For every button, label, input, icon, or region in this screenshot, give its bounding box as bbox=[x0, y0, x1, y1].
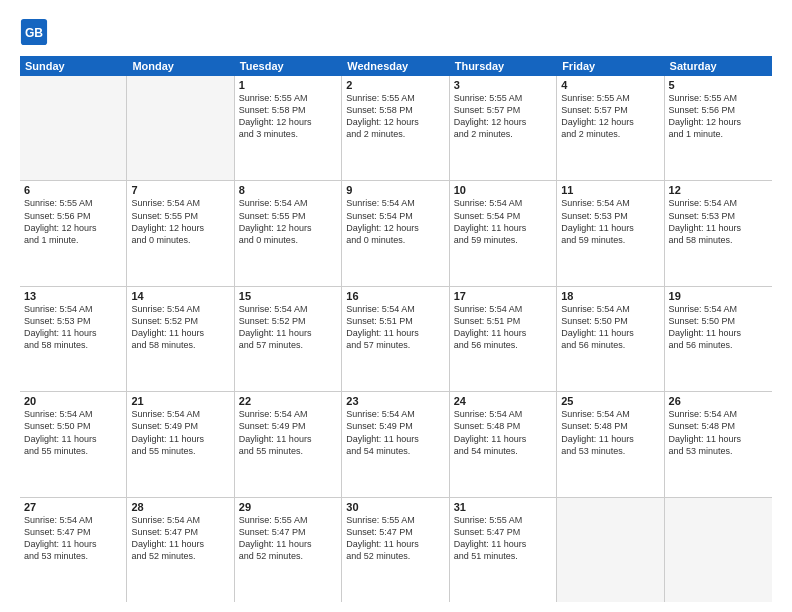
calendar: SundayMondayTuesdayWednesdayThursdayFrid… bbox=[20, 56, 772, 602]
cal-cell: 17Sunrise: 5:54 AM Sunset: 5:51 PM Dayli… bbox=[450, 287, 557, 391]
day-info: Sunrise: 5:54 AM Sunset: 5:51 PM Dayligh… bbox=[346, 303, 444, 352]
day-info: Sunrise: 5:54 AM Sunset: 5:53 PM Dayligh… bbox=[669, 197, 768, 246]
cal-cell: 6Sunrise: 5:55 AM Sunset: 5:56 PM Daylig… bbox=[20, 181, 127, 285]
cal-cell bbox=[127, 76, 234, 180]
cal-cell: 21Sunrise: 5:54 AM Sunset: 5:49 PM Dayli… bbox=[127, 392, 234, 496]
day-info: Sunrise: 5:54 AM Sunset: 5:54 PM Dayligh… bbox=[346, 197, 444, 246]
day-info: Sunrise: 5:54 AM Sunset: 5:51 PM Dayligh… bbox=[454, 303, 552, 352]
day-number: 17 bbox=[454, 290, 552, 302]
cal-cell: 19Sunrise: 5:54 AM Sunset: 5:50 PM Dayli… bbox=[665, 287, 772, 391]
cal-cell: 11Sunrise: 5:54 AM Sunset: 5:53 PM Dayli… bbox=[557, 181, 664, 285]
day-number: 3 bbox=[454, 79, 552, 91]
day-number: 4 bbox=[561, 79, 659, 91]
cal-cell: 31Sunrise: 5:55 AM Sunset: 5:47 PM Dayli… bbox=[450, 498, 557, 602]
header-day-friday: Friday bbox=[557, 56, 664, 76]
cal-cell bbox=[20, 76, 127, 180]
day-number: 2 bbox=[346, 79, 444, 91]
week-row-3: 13Sunrise: 5:54 AM Sunset: 5:53 PM Dayli… bbox=[20, 287, 772, 392]
cal-cell: 25Sunrise: 5:54 AM Sunset: 5:48 PM Dayli… bbox=[557, 392, 664, 496]
cal-cell: 3Sunrise: 5:55 AM Sunset: 5:57 PM Daylig… bbox=[450, 76, 557, 180]
day-info: Sunrise: 5:55 AM Sunset: 5:57 PM Dayligh… bbox=[561, 92, 659, 141]
cal-cell: 18Sunrise: 5:54 AM Sunset: 5:50 PM Dayli… bbox=[557, 287, 664, 391]
day-info: Sunrise: 5:55 AM Sunset: 5:56 PM Dayligh… bbox=[669, 92, 768, 141]
day-info: Sunrise: 5:54 AM Sunset: 5:50 PM Dayligh… bbox=[561, 303, 659, 352]
week-row-5: 27Sunrise: 5:54 AM Sunset: 5:47 PM Dayli… bbox=[20, 498, 772, 602]
week-row-2: 6Sunrise: 5:55 AM Sunset: 5:56 PM Daylig… bbox=[20, 181, 772, 286]
day-info: Sunrise: 5:55 AM Sunset: 5:57 PM Dayligh… bbox=[454, 92, 552, 141]
day-number: 27 bbox=[24, 501, 122, 513]
day-number: 8 bbox=[239, 184, 337, 196]
cal-cell: 30Sunrise: 5:55 AM Sunset: 5:47 PM Dayli… bbox=[342, 498, 449, 602]
day-info: Sunrise: 5:54 AM Sunset: 5:47 PM Dayligh… bbox=[24, 514, 122, 563]
day-number: 15 bbox=[239, 290, 337, 302]
cal-cell: 2Sunrise: 5:55 AM Sunset: 5:58 PM Daylig… bbox=[342, 76, 449, 180]
day-info: Sunrise: 5:54 AM Sunset: 5:52 PM Dayligh… bbox=[239, 303, 337, 352]
day-number: 18 bbox=[561, 290, 659, 302]
logo: GB bbox=[20, 18, 52, 46]
cal-cell: 26Sunrise: 5:54 AM Sunset: 5:48 PM Dayli… bbox=[665, 392, 772, 496]
day-number: 16 bbox=[346, 290, 444, 302]
day-info: Sunrise: 5:54 AM Sunset: 5:50 PM Dayligh… bbox=[669, 303, 768, 352]
day-info: Sunrise: 5:54 AM Sunset: 5:55 PM Dayligh… bbox=[131, 197, 229, 246]
cal-cell: 29Sunrise: 5:55 AM Sunset: 5:47 PM Dayli… bbox=[235, 498, 342, 602]
header-day-wednesday: Wednesday bbox=[342, 56, 449, 76]
day-info: Sunrise: 5:54 AM Sunset: 5:49 PM Dayligh… bbox=[239, 408, 337, 457]
day-number: 31 bbox=[454, 501, 552, 513]
day-info: Sunrise: 5:54 AM Sunset: 5:49 PM Dayligh… bbox=[346, 408, 444, 457]
day-number: 19 bbox=[669, 290, 768, 302]
day-info: Sunrise: 5:54 AM Sunset: 5:49 PM Dayligh… bbox=[131, 408, 229, 457]
day-number: 20 bbox=[24, 395, 122, 407]
logo-icon: GB bbox=[20, 18, 48, 46]
cal-cell: 23Sunrise: 5:54 AM Sunset: 5:49 PM Dayli… bbox=[342, 392, 449, 496]
cal-cell: 8Sunrise: 5:54 AM Sunset: 5:55 PM Daylig… bbox=[235, 181, 342, 285]
cal-cell: 14Sunrise: 5:54 AM Sunset: 5:52 PM Dayli… bbox=[127, 287, 234, 391]
header-day-thursday: Thursday bbox=[450, 56, 557, 76]
day-info: Sunrise: 5:54 AM Sunset: 5:47 PM Dayligh… bbox=[131, 514, 229, 563]
cal-cell: 5Sunrise: 5:55 AM Sunset: 5:56 PM Daylig… bbox=[665, 76, 772, 180]
day-info: Sunrise: 5:55 AM Sunset: 5:47 PM Dayligh… bbox=[239, 514, 337, 563]
header: GB bbox=[20, 18, 772, 46]
cal-cell: 4Sunrise: 5:55 AM Sunset: 5:57 PM Daylig… bbox=[557, 76, 664, 180]
cal-cell: 9Sunrise: 5:54 AM Sunset: 5:54 PM Daylig… bbox=[342, 181, 449, 285]
page: GB SundayMondayTuesdayWednesdayThursdayF… bbox=[0, 0, 792, 612]
day-number: 5 bbox=[669, 79, 768, 91]
cal-cell: 16Sunrise: 5:54 AM Sunset: 5:51 PM Dayli… bbox=[342, 287, 449, 391]
cal-cell: 20Sunrise: 5:54 AM Sunset: 5:50 PM Dayli… bbox=[20, 392, 127, 496]
day-info: Sunrise: 5:54 AM Sunset: 5:48 PM Dayligh… bbox=[454, 408, 552, 457]
header-day-monday: Monday bbox=[127, 56, 234, 76]
day-info: Sunrise: 5:54 AM Sunset: 5:53 PM Dayligh… bbox=[561, 197, 659, 246]
day-number: 29 bbox=[239, 501, 337, 513]
cal-cell: 28Sunrise: 5:54 AM Sunset: 5:47 PM Dayli… bbox=[127, 498, 234, 602]
day-info: Sunrise: 5:54 AM Sunset: 5:48 PM Dayligh… bbox=[561, 408, 659, 457]
day-info: Sunrise: 5:55 AM Sunset: 5:58 PM Dayligh… bbox=[346, 92, 444, 141]
header-day-saturday: Saturday bbox=[665, 56, 772, 76]
header-day-tuesday: Tuesday bbox=[235, 56, 342, 76]
day-info: Sunrise: 5:54 AM Sunset: 5:50 PM Dayligh… bbox=[24, 408, 122, 457]
calendar-header: SundayMondayTuesdayWednesdayThursdayFrid… bbox=[20, 56, 772, 76]
cal-cell: 22Sunrise: 5:54 AM Sunset: 5:49 PM Dayli… bbox=[235, 392, 342, 496]
week-row-4: 20Sunrise: 5:54 AM Sunset: 5:50 PM Dayli… bbox=[20, 392, 772, 497]
day-number: 14 bbox=[131, 290, 229, 302]
day-number: 25 bbox=[561, 395, 659, 407]
day-info: Sunrise: 5:55 AM Sunset: 5:58 PM Dayligh… bbox=[239, 92, 337, 141]
day-info: Sunrise: 5:54 AM Sunset: 5:53 PM Dayligh… bbox=[24, 303, 122, 352]
day-number: 9 bbox=[346, 184, 444, 196]
cal-cell: 10Sunrise: 5:54 AM Sunset: 5:54 PM Dayli… bbox=[450, 181, 557, 285]
day-info: Sunrise: 5:54 AM Sunset: 5:52 PM Dayligh… bbox=[131, 303, 229, 352]
week-row-1: 1Sunrise: 5:55 AM Sunset: 5:58 PM Daylig… bbox=[20, 76, 772, 181]
day-number: 11 bbox=[561, 184, 659, 196]
day-number: 7 bbox=[131, 184, 229, 196]
day-info: Sunrise: 5:54 AM Sunset: 5:55 PM Dayligh… bbox=[239, 197, 337, 246]
cal-cell: 27Sunrise: 5:54 AM Sunset: 5:47 PM Dayli… bbox=[20, 498, 127, 602]
svg-text:GB: GB bbox=[25, 26, 43, 40]
day-number: 13 bbox=[24, 290, 122, 302]
cal-cell: 24Sunrise: 5:54 AM Sunset: 5:48 PM Dayli… bbox=[450, 392, 557, 496]
cal-cell: 7Sunrise: 5:54 AM Sunset: 5:55 PM Daylig… bbox=[127, 181, 234, 285]
cal-cell: 13Sunrise: 5:54 AM Sunset: 5:53 PM Dayli… bbox=[20, 287, 127, 391]
day-number: 12 bbox=[669, 184, 768, 196]
day-number: 1 bbox=[239, 79, 337, 91]
day-info: Sunrise: 5:54 AM Sunset: 5:54 PM Dayligh… bbox=[454, 197, 552, 246]
day-number: 28 bbox=[131, 501, 229, 513]
day-info: Sunrise: 5:54 AM Sunset: 5:48 PM Dayligh… bbox=[669, 408, 768, 457]
day-info: Sunrise: 5:55 AM Sunset: 5:47 PM Dayligh… bbox=[454, 514, 552, 563]
